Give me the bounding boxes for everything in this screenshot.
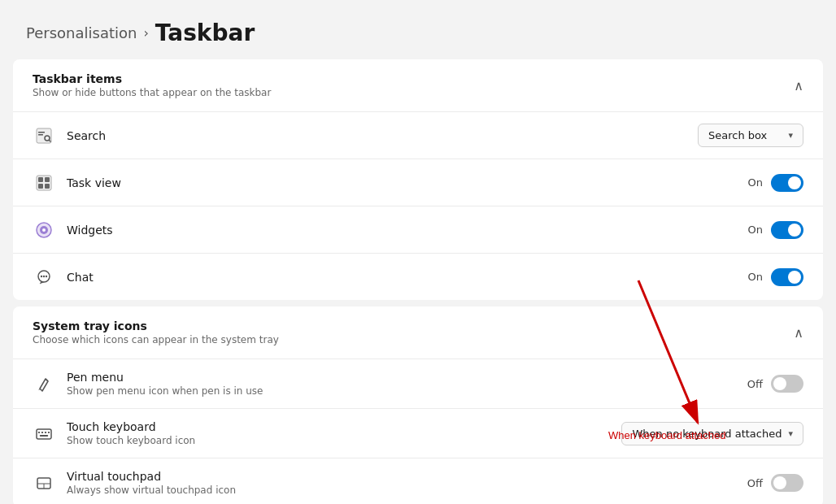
- taskview-toggle-thumb: [788, 176, 801, 189]
- search-row: Search Search box ▾: [13, 111, 823, 159]
- chat-row: Chat On: [13, 253, 823, 300]
- pen-menu-icon: [33, 372, 55, 395]
- svg-rect-20: [41, 432, 43, 433]
- virtual-touchpad-icon: [33, 471, 55, 494]
- svg-rect-21: [45, 432, 46, 433]
- page-title: Taskbar: [155, 20, 255, 46]
- svg-line-17: [46, 379, 48, 381]
- system-tray-title: System tray icons: [33, 319, 279, 332]
- chat-icon: [33, 266, 55, 289]
- touch-keyboard-icon: [33, 422, 55, 445]
- pen-menu-sublabel: Show pen menu icon when pen is in use: [67, 385, 747, 397]
- svg-rect-22: [48, 432, 50, 433]
- taskview-toggle[interactable]: [771, 174, 803, 192]
- search-dropdown-value: Search box: [708, 129, 767, 141]
- chat-toggle[interactable]: [771, 268, 803, 286]
- svg-rect-7: [45, 177, 50, 182]
- taskbar-items-chevron: ∧: [794, 78, 803, 93]
- taskview-row: Task view On: [13, 159, 823, 206]
- taskbar-items-section-header[interactable]: Taskbar items Show or hide buttons that …: [13, 59, 823, 111]
- widgets-label: Widgets: [67, 224, 748, 237]
- widgets-toggle[interactable]: [771, 221, 803, 239]
- pen-menu-label: Pen menu: [67, 371, 747, 384]
- pen-menu-row: Pen menu Show pen menu icon when pen is …: [13, 358, 823, 408]
- virtual-touchpad-row: Virtual touchpad Always show virtual tou…: [13, 458, 823, 504]
- search-label: Search: [67, 129, 698, 142]
- svg-rect-6: [38, 177, 43, 182]
- search-dropdown-chevron: ▾: [788, 130, 793, 141]
- search-dropdown[interactable]: Search box ▾: [698, 124, 803, 147]
- chat-status: On: [748, 271, 763, 283]
- widgets-icon: [33, 219, 55, 241]
- system-tray-subtitle: Choose which icons can appear in the sys…: [33, 334, 279, 345]
- widgets-row: Widgets On: [13, 206, 823, 253]
- breadcrumb-separator: ›: [143, 25, 148, 41]
- pen-menu-status: Off: [747, 378, 763, 390]
- svg-rect-8: [38, 184, 43, 189]
- virtual-touchpad-toggle[interactable]: [771, 474, 803, 492]
- touch-keyboard-sublabel: Show touch keyboard icon: [67, 435, 621, 446]
- svg-rect-2: [38, 134, 43, 136]
- touch-keyboard-row: Touch keyboard Show touch keyboard icon …: [13, 408, 823, 458]
- widgets-toggle-thumb: [788, 224, 801, 237]
- chat-toggle-thumb: [788, 271, 801, 284]
- search-icon: [33, 124, 55, 147]
- system-tray-section-header[interactable]: System tray icons Choose which icons can…: [13, 306, 823, 358]
- taskview-icon: [33, 172, 55, 194]
- touch-keyboard-dropdown[interactable]: When no keyboard attached ▾: [621, 422, 803, 445]
- taskbar-items-title: Taskbar items: [33, 72, 271, 85]
- svg-rect-9: [45, 184, 50, 189]
- pen-menu-toggle-thumb: [773, 377, 786, 390]
- svg-rect-19: [38, 432, 40, 433]
- page-wrapper: Personalisation › Taskbar Taskbar items …: [0, 0, 836, 504]
- touch-keyboard-dropdown-value: When no keyboard attached: [632, 428, 782, 440]
- virtual-touchpad-toggle-thumb: [773, 476, 786, 489]
- taskbar-items-subtitle: Show or hide buttons that appear on the …: [33, 87, 271, 98]
- virtual-touchpad-label: Virtual touchpad: [67, 470, 747, 483]
- pen-menu-toggle[interactable]: [771, 375, 803, 393]
- taskview-status: On: [748, 176, 763, 189]
- svg-rect-23: [40, 435, 48, 437]
- svg-point-12: [42, 228, 46, 232]
- system-tray-chevron: ∧: [794, 325, 803, 341]
- chat-label: Chat: [67, 271, 748, 284]
- svg-rect-1: [38, 132, 45, 133]
- svg-point-15: [43, 275, 45, 276]
- virtual-touchpad-sublabel: Always show virtual touchpad icon: [67, 484, 747, 496]
- svg-point-16: [46, 275, 47, 276]
- virtual-touchpad-status: Off: [747, 477, 763, 489]
- header: Personalisation › Taskbar: [0, 0, 836, 59]
- system-tray-card: System tray icons Choose which icons can…: [13, 306, 823, 504]
- svg-rect-18: [37, 429, 51, 439]
- widgets-status: On: [748, 224, 763, 236]
- touch-keyboard-dropdown-chevron: ▾: [788, 428, 793, 439]
- taskbar-items-card: Taskbar items Show or hide buttons that …: [13, 59, 823, 300]
- taskview-label: Task view: [67, 176, 748, 189]
- breadcrumb-parent[interactable]: Personalisation: [26, 24, 137, 41]
- touch-keyboard-label: Touch keyboard: [67, 420, 621, 433]
- svg-point-14: [41, 275, 42, 276]
